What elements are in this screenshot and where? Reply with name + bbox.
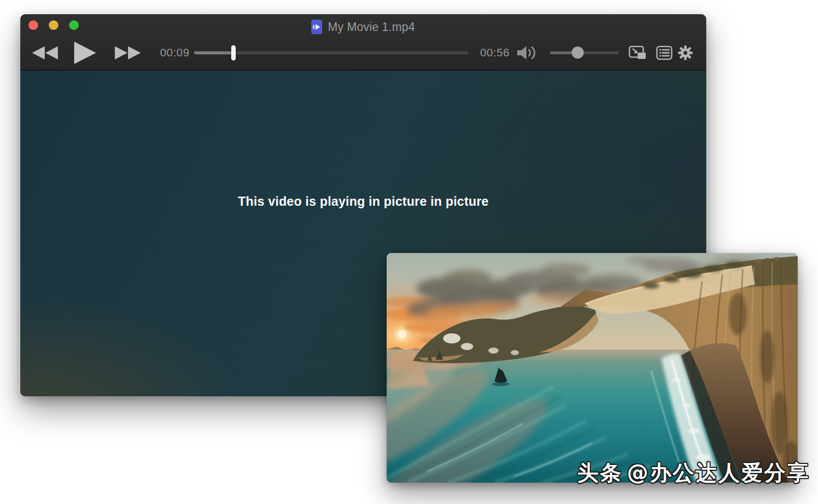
window-title: My Movie 1.mp4: [328, 20, 415, 34]
volume-fill: [550, 51, 578, 54]
playhead[interactable]: [231, 45, 236, 60]
settings-button[interactable]: [678, 45, 693, 60]
play-button[interactable]: [73, 41, 97, 65]
rewind-button[interactable]: [32, 45, 59, 60]
desktop: My Movie 1.mp4: [0, 0, 818, 504]
titlebar[interactable]: My Movie 1.mp4: [20, 14, 706, 37]
volume-mute-button[interactable]: [516, 45, 538, 61]
title-group: My Movie 1.mp4: [20, 15, 706, 39]
current-time: 00:09: [155, 46, 194, 59]
movie-file-icon: [311, 20, 322, 34]
playback-controls: 00:09 00:56: [20, 37, 706, 69]
window-header: My Movie 1.mp4: [20, 14, 706, 71]
pip-floating-window[interactable]: [387, 253, 798, 483]
picture-in-picture-icon: [628, 45, 647, 60]
watermark-handle: @办公达人爱分享: [627, 460, 810, 485]
volume-slider[interactable]: [550, 46, 619, 59]
pip-status-message: This video is playing in picture in pict…: [20, 194, 706, 209]
progress-bar[interactable]: [194, 45, 468, 60]
speaker-icon: [516, 45, 538, 61]
watermark-brand: 头条: [577, 460, 623, 485]
duration: 00:56: [476, 46, 514, 59]
play-icon: [73, 41, 97, 65]
gear-icon: [678, 45, 693, 60]
volume-knob[interactable]: [572, 47, 584, 59]
fast-forward-button[interactable]: [114, 45, 141, 60]
playlist-icon: [656, 45, 673, 60]
fast-forward-icon: [114, 45, 141, 60]
rewind-icon: [32, 45, 59, 60]
progress-played: [194, 51, 234, 54]
progress-track[interactable]: [194, 51, 468, 54]
volume-track[interactable]: [550, 51, 619, 54]
pip-toggle-button[interactable]: [628, 45, 647, 60]
watermark: 头条@办公达人爱分享: [577, 461, 810, 485]
playlist-button[interactable]: [656, 45, 673, 60]
pip-video-frame: [387, 253, 798, 483]
